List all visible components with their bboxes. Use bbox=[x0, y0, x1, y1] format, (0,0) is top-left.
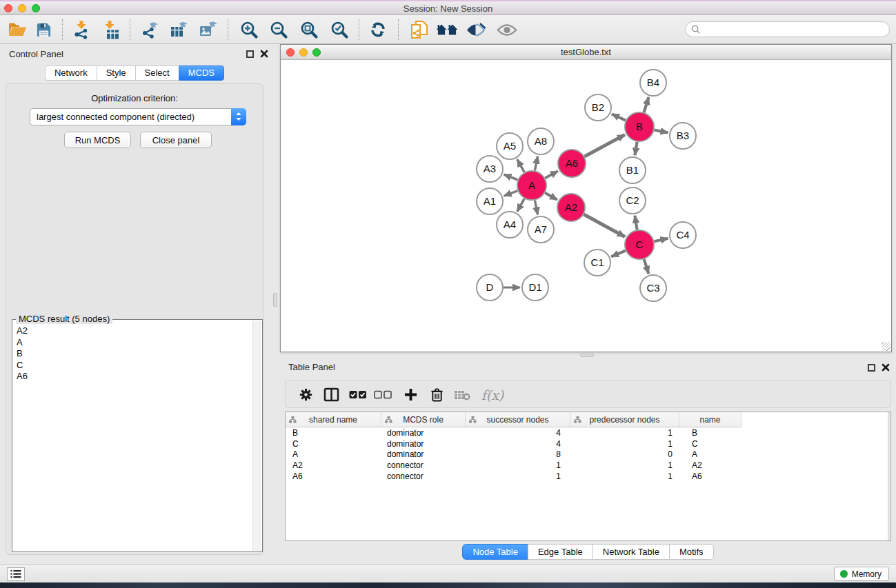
zoom-out-button[interactable] bbox=[266, 17, 292, 42]
edge-A-A4[interactable] bbox=[517, 199, 524, 212]
tab-motifs[interactable]: Motifs bbox=[669, 544, 714, 560]
edge-B-B3[interactable] bbox=[655, 130, 668, 132]
control-panel-title: Control Panel bbox=[9, 49, 63, 59]
function-icon: f(x) bbox=[481, 387, 504, 403]
edge-B-B1[interactable] bbox=[635, 142, 637, 156]
cell-shared-name: A2 bbox=[286, 460, 381, 472]
search-input[interactable] bbox=[703, 23, 889, 36]
result-item[interactable]: A2 bbox=[13, 325, 252, 337]
column-sort-icon bbox=[574, 416, 581, 423]
edge-A-A8[interactable] bbox=[535, 156, 537, 171]
result-item[interactable]: B bbox=[13, 348, 252, 360]
toolbar-separator bbox=[62, 19, 63, 40]
table-row[interactable]: A6connector11A6 bbox=[286, 472, 890, 483]
deselect-all-button[interactable] bbox=[371, 381, 395, 409]
memory-button[interactable]: Memory bbox=[834, 567, 889, 581]
hide-details-button[interactable] bbox=[494, 17, 520, 42]
delete-column-button[interactable] bbox=[425, 381, 448, 409]
half-eye-icon bbox=[466, 23, 486, 37]
cell-predecessor-nodes: 1 bbox=[570, 428, 679, 439]
float-panel-icon[interactable] bbox=[868, 364, 875, 372]
result-item[interactable]: C bbox=[13, 360, 252, 372]
optimization-criterion-select[interactable]: largest connected component (directed) bbox=[30, 108, 246, 125]
close-panel-button[interactable]: Close panel bbox=[140, 132, 212, 148]
import-table-button[interactable] bbox=[97, 17, 123, 42]
import-network-button[interactable] bbox=[68, 17, 94, 42]
column-header-predecessor-nodes[interactable]: predecessor nodes bbox=[570, 412, 679, 427]
tab-node-table[interactable]: Node Table bbox=[462, 544, 528, 560]
show-details-button[interactable] bbox=[463, 17, 489, 42]
zoom-in-button[interactable] bbox=[236, 17, 262, 42]
open-session-button[interactable] bbox=[4, 17, 30, 42]
edge-C-C1[interactable] bbox=[611, 251, 626, 257]
column-header-successor-nodes[interactable]: successor nodes bbox=[466, 412, 570, 427]
edge-C-C3[interactable] bbox=[644, 259, 649, 274]
home-button[interactable] bbox=[434, 17, 460, 42]
table-settings-button[interactable] bbox=[294, 381, 317, 409]
horizontal-splitter[interactable] bbox=[580, 354, 594, 357]
table-panel-title: Table Panel bbox=[288, 362, 335, 372]
open-network-file-button[interactable] bbox=[406, 17, 432, 42]
save-session-button[interactable] bbox=[30, 17, 57, 42]
edge-B-B4[interactable] bbox=[644, 97, 649, 112]
node-label: C1 bbox=[590, 256, 604, 268]
show-columns-button[interactable] bbox=[319, 381, 343, 409]
table-tabs: Node TableEdge TableNetwork TableMotifs bbox=[285, 544, 891, 560]
network-window-titlebar[interactable]: testGlobe.txt bbox=[281, 45, 891, 60]
mcds-panel: Optimization criterion: largest connecte… bbox=[6, 83, 263, 555]
zoom-selected-button[interactable] bbox=[326, 17, 352, 42]
function-builder-button[interactable]: f(x) bbox=[477, 381, 508, 409]
resize-grip[interactable] bbox=[882, 342, 890, 351]
edge-A6-B[interactable] bbox=[584, 134, 624, 156]
node-label: C3 bbox=[646, 282, 659, 294]
tab-edge-table[interactable]: Edge Table bbox=[528, 544, 593, 560]
edge-B-B2[interactable] bbox=[612, 114, 626, 120]
close-panel-icon[interactable] bbox=[259, 49, 269, 59]
select-all-button[interactable] bbox=[346, 381, 370, 409]
cell-mcds-role: connector bbox=[381, 472, 466, 483]
column-header-name[interactable]: name bbox=[679, 412, 741, 427]
table-row[interactable]: Bdominator41B bbox=[286, 428, 890, 439]
tab-network[interactable]: Network bbox=[45, 65, 97, 81]
edge-A-A2[interactable] bbox=[545, 193, 557, 200]
tab-style[interactable]: Style bbox=[97, 65, 135, 81]
export-image-button[interactable] bbox=[195, 17, 221, 42]
result-item[interactable]: A bbox=[13, 337, 252, 349]
create-column-button[interactable] bbox=[399, 381, 422, 409]
edge-A-A5[interactable] bbox=[517, 159, 524, 172]
edge-C-C4[interactable] bbox=[654, 239, 668, 241]
table-scrollbar[interactable] bbox=[888, 412, 890, 540]
vertical-splitter[interactable] bbox=[273, 293, 277, 307]
float-panel-icon[interactable] bbox=[246, 50, 254, 58]
run-mcds-button[interactable]: Run MCDS bbox=[64, 132, 131, 148]
export-image-icon bbox=[199, 21, 217, 39]
edge-A-A7[interactable] bbox=[535, 201, 537, 215]
toolbar-separator bbox=[228, 19, 228, 40]
table-row[interactable]: Adominator80A bbox=[286, 449, 890, 460]
result-item[interactable]: A6 bbox=[13, 371, 252, 383]
column-header-mcds-role[interactable]: MCDS role bbox=[381, 412, 466, 427]
tab-mcds[interactable]: MCDS bbox=[179, 65, 224, 81]
edge-A-A3[interactable] bbox=[504, 174, 517, 180]
export-network-button[interactable] bbox=[137, 17, 163, 42]
network-canvas[interactable]: AA1A2A3A4A5A6A7A8BB1B2B3B4CC1C2C3C4DD1 bbox=[281, 60, 891, 352]
export-table-button[interactable] bbox=[166, 17, 192, 42]
tab-network-table[interactable]: Network Table bbox=[593, 544, 669, 560]
node-label: C bbox=[636, 239, 644, 250]
delete-table-button[interactable] bbox=[450, 381, 474, 409]
zoom-fit-button[interactable] bbox=[296, 17, 322, 42]
tab-select[interactable]: Select bbox=[135, 65, 179, 81]
table-row[interactable]: Cdominator41C bbox=[286, 439, 890, 450]
close-panel-icon[interactable] bbox=[881, 363, 890, 372]
edge-C-C2[interactable] bbox=[635, 216, 637, 230]
result-scrollbar[interactable] bbox=[252, 321, 261, 551]
column-header-shared-name[interactable]: shared name bbox=[286, 412, 381, 427]
refresh-button[interactable] bbox=[365, 17, 391, 42]
edge-A2-C[interactable] bbox=[584, 214, 624, 236]
table-row[interactable]: A2connector11A2 bbox=[286, 460, 890, 472]
edge-A-A6[interactable] bbox=[545, 171, 558, 178]
search-field[interactable] bbox=[685, 21, 890, 37]
task-history-button[interactable] bbox=[7, 567, 25, 581]
delete-table-icon bbox=[454, 389, 470, 401]
edge-A-A1[interactable] bbox=[504, 191, 518, 196]
